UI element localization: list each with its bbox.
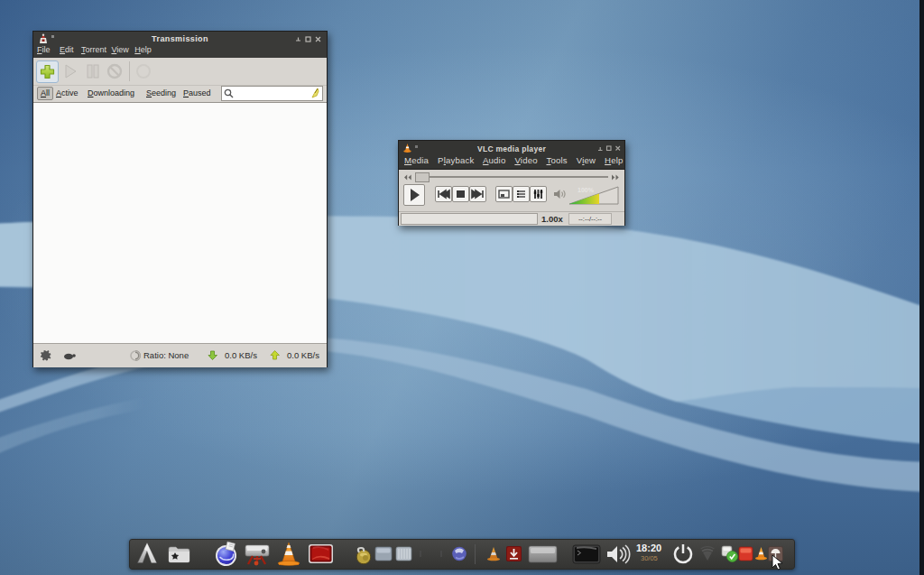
svg-text:30/05: 30/05 — [641, 554, 658, 562]
svg-text:18:20: 18:20 — [636, 543, 661, 553]
